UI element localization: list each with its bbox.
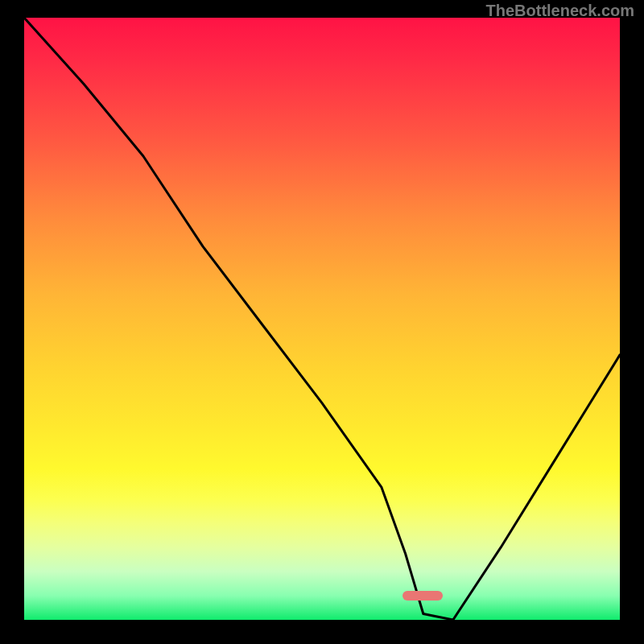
- chart-frame: TheBottleneck.com: [0, 0, 644, 644]
- watermark-text: TheBottleneck.com: [486, 2, 634, 20]
- plot-area: [24, 18, 620, 620]
- bottleneck-curve: [24, 18, 620, 620]
- curve-path: [24, 18, 620, 620]
- optimal-marker: [402, 591, 443, 601]
